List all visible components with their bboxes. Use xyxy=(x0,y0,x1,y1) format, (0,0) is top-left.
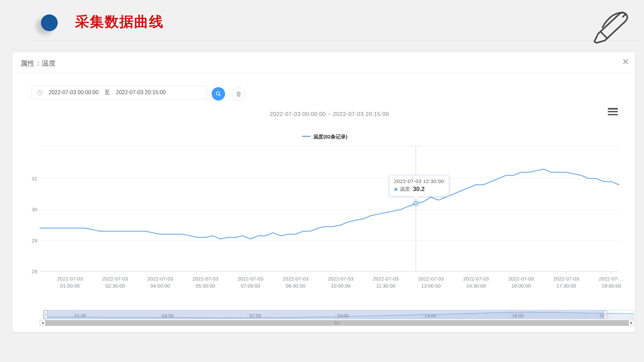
x-axis-label: 2022-07-0301:00:00 xyxy=(57,276,83,289)
datazoom-right-handle[interactable] xyxy=(604,311,607,318)
scrollbar-right-arrow[interactable] xyxy=(629,320,634,326)
search-button[interactable] xyxy=(212,87,225,101)
modal-header-divider xyxy=(12,73,635,73)
range-separator: 至 xyxy=(105,89,110,96)
chart-tooltip: 2022-07-03 12:30:00 温度: 30.2 xyxy=(389,175,449,196)
range-start-value[interactable]: 2022-07-03 00:00:00 xyxy=(49,89,99,96)
x-axis-label: 2022-07-…19:00:00 xyxy=(599,276,624,289)
y-axis-label: 29 xyxy=(32,238,37,243)
bullet-circle-badge xyxy=(41,14,58,31)
attribute-modal: 属性：温度 ✕ 2022-07-03 00:00:00 至 2022-07-03… xyxy=(12,52,635,332)
range-end-value[interactable]: 2022-07-03 20:15:00 xyxy=(116,89,166,96)
hover-point-marker xyxy=(414,202,417,205)
tooltip-series-label: 温度: xyxy=(400,186,411,192)
tooltip-time: 2022-07-03 12:30:00 xyxy=(394,178,444,184)
header-divider xyxy=(31,41,640,41)
slide-title: 采集数据曲线 xyxy=(75,13,164,30)
close-icon[interactable]: ✕ xyxy=(619,55,632,68)
clock-icon xyxy=(37,89,43,96)
x-axis-label: 2022-07-0310:00:00 xyxy=(328,276,354,289)
legend-item[interactable]: 温度(82条记录) xyxy=(302,134,347,139)
delete-button[interactable] xyxy=(232,87,245,101)
x-axis-label: 2022-07-0314:30:00 xyxy=(463,276,489,289)
scrollbar-left-arrow[interactable] xyxy=(40,320,45,326)
y-axis-label: 28 xyxy=(32,268,37,274)
tooltip-value: 30.2 xyxy=(413,186,425,193)
modal-title: 属性：温度 xyxy=(20,59,56,68)
temperature-line-chart: 2022-07-03 00:00:00 ~ 2022-07-03 20:15:0… xyxy=(12,101,635,332)
legend-label: 温度(82条记录) xyxy=(313,134,347,139)
handle-grip xyxy=(44,311,47,318)
x-axis-label: 2022-07-0311:30:00 xyxy=(373,276,399,289)
legend-line-marker xyxy=(302,136,311,137)
magnifier-icon xyxy=(215,90,222,97)
x-axis-label: 2022-07-0305:30:00 xyxy=(193,276,218,289)
y-axis-label: 31 xyxy=(32,176,37,181)
x-axis-label: 2022-07-0316:00:00 xyxy=(508,276,534,289)
x-axis-label: 2022-07-0304:00:00 xyxy=(147,276,173,289)
x-axis-label: 2022-07-0313:00:00 xyxy=(418,276,444,289)
pen-icon xyxy=(591,7,635,46)
x-axis-label: 2022-07-0302:30:00 xyxy=(102,276,128,289)
x-axis-label: 2022-07-0308:30:00 xyxy=(283,276,309,289)
trash-icon xyxy=(235,91,242,97)
x-axis-label: 2022-07-0307:00:00 xyxy=(237,276,263,289)
x-axis-label: 2022-07-0317:30:00 xyxy=(553,276,579,289)
page: { "slide": { "title": "采集数据曲线", "badge_c… xyxy=(0,0,644,362)
handle-grip xyxy=(604,311,607,318)
date-range-input[interactable]: 2022-07-03 00:00:00 至 2022-07-03 20:15:0… xyxy=(32,86,207,99)
datazoom-left-handle[interactable] xyxy=(44,311,47,318)
y-axis-label: 30 xyxy=(32,206,37,212)
temperature-series-line xyxy=(40,169,619,239)
chart-title: 2022-07-03 00:00:00 ~ 2022-07-03 20:15:0… xyxy=(270,111,389,117)
series-dot-icon xyxy=(394,188,397,191)
